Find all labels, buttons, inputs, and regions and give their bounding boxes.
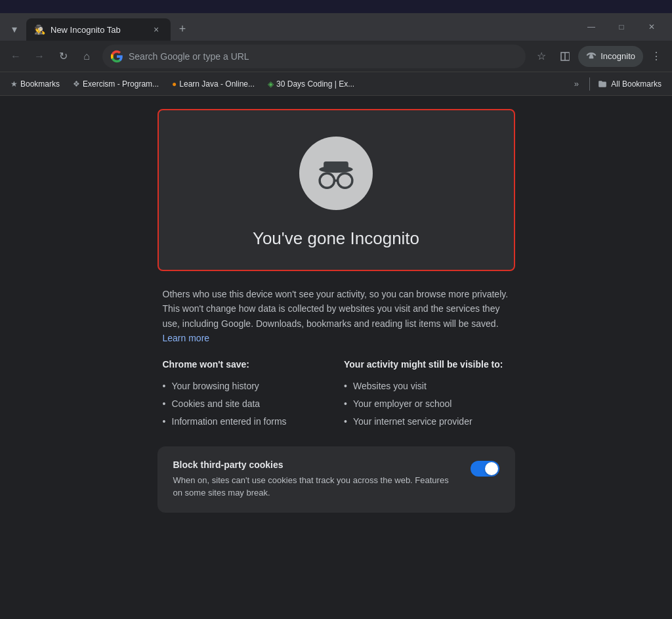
bookmarks-more: » All Bookmarks: [566, 74, 667, 95]
bookmark-item-30days[interactable]: ◈ 30 Days Coding | Ex...: [262, 75, 360, 93]
svg-rect-1: [324, 161, 348, 171]
incognito-card: You've gone Incognito: [158, 109, 515, 271]
more-bookmarks-button[interactable]: »: [566, 74, 587, 95]
incognito-avatar: [299, 137, 373, 210]
incognito-pill-icon: [586, 51, 597, 62]
chrome-wont-save-list: Your browsing history Cookies and site d…: [163, 377, 329, 431]
address-bar[interactable]: Search Google or type a URL: [102, 45, 526, 68]
list-item: Information entered in forms: [163, 413, 329, 431]
tab-title: New Incognito Tab: [51, 25, 144, 35]
bookmark-label: Exercism - Program...: [83, 79, 159, 89]
forward-button[interactable]: →: [29, 46, 50, 67]
chevron-down-icon: ▾: [12, 23, 17, 35]
list-item: Websites you visit: [344, 377, 510, 395]
bookmark-item-exercism[interactable]: ❖ Exercism - Program...: [68, 75, 164, 93]
svg-point-2: [320, 173, 334, 188]
incognito-tab-icon: 🕵: [34, 24, 45, 35]
main-content: You've gone Incognito Others who use thi…: [0, 96, 672, 619]
bookmark-java-icon: ●: [172, 79, 177, 89]
bookmark-label: 30 Days Coding | Ex...: [276, 79, 354, 89]
incognito-spy-icon: [313, 154, 359, 193]
list-item: Cookies and site data: [163, 395, 329, 413]
svg-point-3: [338, 173, 352, 188]
bookmark-star-button[interactable]: ☆: [531, 46, 552, 67]
tab-close-button[interactable]: ×: [150, 23, 163, 36]
incognito-heading: You've gone Incognito: [253, 228, 419, 249]
chrome-window: ▾ 🕵 New Incognito Tab × + — □ ✕ ← → ↻ ⌂: [0, 13, 672, 619]
bookmark-item-bookmarks[interactable]: ★ Bookmarks: [5, 75, 65, 93]
bookmark-30days-icon: ◈: [268, 79, 274, 89]
bookmark-item-java[interactable]: ● Learn Java - Online...: [167, 75, 260, 93]
all-bookmarks-button[interactable]: All Bookmarks: [593, 75, 667, 93]
back-button[interactable]: ←: [5, 46, 26, 67]
all-bookmarks-label: All Bookmarks: [611, 79, 662, 89]
new-tab-button[interactable]: +: [173, 20, 192, 38]
taskbar: [0, 0, 672, 13]
activity-visible-column: Your activity might still be visible to:…: [344, 359, 510, 431]
bookmark-label: Learn Java - Online...: [179, 79, 255, 89]
chrome-wont-save-title: Chrome won't save:: [163, 359, 329, 370]
google-icon: [110, 50, 123, 63]
bookmark-label: Bookmarks: [20, 79, 60, 89]
split-screen-button[interactable]: [555, 46, 576, 67]
list-item: Your browsing history: [163, 377, 329, 395]
incognito-label: Incognito: [600, 51, 635, 61]
info-section: Others who use this device won't see you…: [158, 287, 515, 346]
bookmarks-divider: [589, 77, 590, 91]
cookie-card: Block third-party cookies When on, sites…: [158, 446, 515, 513]
split-screen-icon: [559, 51, 571, 62]
close-button[interactable]: ✕: [637, 17, 667, 37]
cookie-toggle[interactable]: [471, 461, 499, 477]
toggle-thumb: [485, 462, 498, 475]
info-text: Others who use this device won't see you…: [163, 287, 510, 346]
reload-button[interactable]: ↻: [52, 46, 74, 67]
chrome-menu-button[interactable]: ⋮: [646, 46, 667, 67]
minimize-button[interactable]: —: [576, 17, 606, 37]
active-tab[interactable]: 🕵 New Incognito Tab ×: [26, 18, 171, 41]
list-item: Your internet service provider: [344, 413, 510, 431]
cookie-title: Block third-party cookies: [173, 459, 460, 470]
window-controls: — □ ✕: [576, 17, 667, 41]
address-text: Search Google or type a URL: [129, 51, 518, 62]
navigation-toolbar: ← → ↻ ⌂ Search Google or type a URL ☆: [0, 41, 672, 72]
bookmark-exercism-icon: ❖: [73, 79, 80, 89]
cookie-description: When on, sites can't use cookies that tr…: [173, 474, 460, 500]
folder-icon: [598, 79, 607, 89]
activity-visible-title: Your activity might still be visible to:: [344, 359, 510, 370]
cookie-text: Block third-party cookies When on, sites…: [173, 459, 460, 500]
home-button[interactable]: ⌂: [76, 46, 97, 67]
bookmark-star-icon: ★: [10, 79, 18, 89]
info-text-content: Others who use this device won't see you…: [163, 289, 509, 329]
bookmarks-bar: ★ Bookmarks ❖ Exercism - Program... ● Le…: [0, 72, 672, 96]
privacy-columns: Chrome won't save: Your browsing history…: [158, 359, 515, 431]
tab-list-dropdown-button[interactable]: ▾: [5, 20, 24, 38]
list-item: Your employer or school: [344, 395, 510, 413]
incognito-pill-button[interactable]: Incognito: [578, 46, 643, 67]
learn-more-link[interactable]: Learn more: [163, 333, 210, 343]
maximize-button[interactable]: □: [606, 17, 637, 37]
chrome-wont-save-column: Chrome won't save: Your browsing history…: [163, 359, 329, 431]
tab-bar: ▾ 🕵 New Incognito Tab × + — □ ✕: [0, 13, 672, 41]
activity-visible-list: Websites you visit Your employer or scho…: [344, 377, 510, 431]
tab-bar-left: ▾: [5, 20, 24, 41]
